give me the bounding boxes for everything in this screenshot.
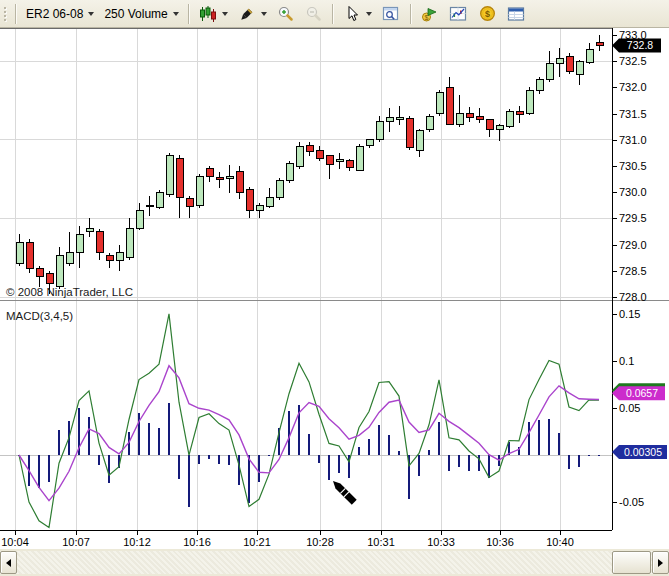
time-tick-label: 10:36 (486, 536, 514, 548)
indicator-axis: 0.150.10.05-0.05 (612, 308, 644, 508)
dollar-coin-icon: $ (478, 4, 497, 23)
data-grid-icon (507, 5, 526, 23)
macd-avg-line (19, 366, 599, 501)
send-to-icon: $ (421, 5, 439, 23)
scroll-left-button[interactable] (0, 551, 17, 574)
zoom-out-icon (305, 5, 323, 23)
time-tick-label: 10:40 (546, 536, 574, 548)
zoom-in-icon (277, 5, 295, 23)
candlesticks (16, 35, 603, 294)
time-tick-label: 10:04 (1, 536, 29, 548)
time-axis: 10:0410:0710:1210:1610:2110:2810:3110:33… (1, 530, 574, 548)
macd-avg-tag-text: 0.0657 (626, 387, 658, 399)
svg-text:$: $ (485, 9, 490, 19)
toolbar-separator (188, 4, 190, 24)
last-price-tag-text: 732.8 (627, 39, 653, 51)
scroll-right-button[interactable] (652, 551, 669, 574)
cursor-mode-button[interactable] (338, 2, 377, 26)
price-axis: 733.0732.5732.0731.5731.0730.5730.0729.5… (612, 29, 647, 303)
macd-diff-histogram (18, 403, 600, 507)
indicator-tick-label: 0.1 (619, 355, 634, 367)
price-tick-label: 731.0 (619, 134, 647, 146)
drawing-tools-button[interactable] (233, 2, 272, 26)
zoom-window-button[interactable] (377, 2, 406, 26)
price-tick-label: 732.5 (619, 55, 647, 67)
gridlines (0, 29, 612, 530)
toolbar-separator (15, 4, 17, 24)
price-tick-label: 731.5 (619, 108, 647, 120)
interval-label: 250 Volume (104, 7, 167, 21)
send-to-button[interactable]: $ (416, 2, 444, 26)
price-tick-label: 728.5 (619, 265, 647, 277)
zoom-in-button[interactable] (272, 2, 300, 26)
instrument-selector[interactable]: ER2 06-08 (21, 2, 99, 26)
data-series-button[interactable] (502, 2, 531, 26)
instrument-label: ER2 06-08 (26, 7, 83, 21)
time-tick-label: 10:12 (123, 536, 151, 548)
time-tick-label: 10:16 (183, 536, 211, 548)
pencil-cursor (333, 481, 357, 505)
time-tick-label: 10:07 (62, 536, 90, 548)
scrollbar-thumb[interactable] (612, 551, 651, 574)
indicator-label: MACD(3,4,5) (6, 310, 73, 322)
chevron-down-icon (173, 12, 179, 19)
drawing-tools-icon (238, 5, 256, 23)
toolbar-grip-handle[interactable] (4, 7, 6, 21)
chart-style-icon (199, 5, 217, 23)
indicator-tick-label: -0.05 (619, 496, 644, 508)
price-tick-label: 732.0 (619, 81, 647, 93)
price-tick-label: 729.5 (619, 212, 647, 224)
zoom-out-button[interactable] (300, 2, 328, 26)
ninjatrader-chart-window: ER2 06-08 250 Volume (0, 0, 669, 576)
cursor-icon (343, 5, 361, 23)
chevron-down-icon (222, 12, 228, 19)
chart-canvas[interactable]: 733.0732.5732.0731.5731.0730.5730.0729.5… (0, 28, 669, 549)
chart-style-button[interactable] (194, 2, 233, 26)
zoom-window-icon (382, 5, 401, 23)
chart-trader-button[interactable]: $ (473, 2, 502, 26)
time-tick-label: 10:31 (367, 536, 395, 548)
chevron-down-icon (366, 12, 372, 19)
macd-line (19, 314, 599, 528)
toolbar-separator (332, 4, 334, 24)
indicator-tick-label: 0.15 (619, 308, 640, 320)
interval-selector[interactable]: 250 Volume (99, 2, 183, 26)
copyright-label: © 2008 NinjaTrader, LLC (6, 286, 133, 298)
indicator-tick-label: 0.05 (619, 402, 640, 414)
arrow-left-icon (2, 559, 11, 567)
time-tick-label: 10:21 (243, 536, 271, 548)
price-tick-label: 729.0 (619, 239, 647, 251)
indicators-button[interactable] (444, 2, 473, 26)
time-tick-label: 10:33 (427, 536, 455, 548)
time-tick-label: 10:28 (306, 536, 334, 548)
arrow-right-icon (658, 559, 667, 567)
price-tick-label: 730.5 (619, 160, 647, 172)
price-tick-label: 728.0 (619, 291, 647, 303)
chart-toolbar: ER2 06-08 250 Volume (0, 0, 669, 28)
chevron-down-icon (261, 12, 267, 19)
chevron-down-icon (88, 12, 94, 19)
horizontal-scrollbar (0, 549, 669, 576)
indicators-icon (449, 5, 468, 23)
scrollbar-track[interactable] (0, 551, 669, 574)
toolbar-separator (410, 4, 412, 24)
price-tick-label: 730.0 (619, 186, 647, 198)
macd-diff-tag-text: 0.00305 (624, 446, 662, 458)
